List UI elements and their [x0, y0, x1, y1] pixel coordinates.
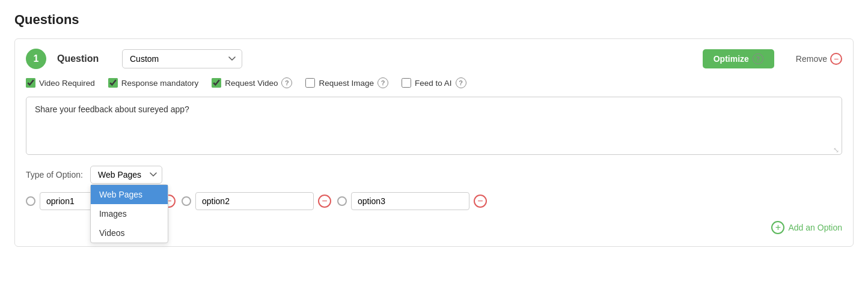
- remove-option2-button[interactable]: −: [318, 195, 331, 208]
- option2-radio[interactable]: [182, 196, 191, 206]
- question-textarea-wrapper: Share your feedback about sureyed app? ⤡: [26, 97, 842, 155]
- type-select-wrapper: Web Pages Images Videos Web Pages Images…: [90, 166, 162, 184]
- remove-button[interactable]: Remove −: [796, 53, 842, 65]
- response-mandatory-label: Response mandatory: [121, 79, 198, 88]
- video-required-checkbox[interactable]: Video Required: [26, 78, 95, 88]
- optimize-label: Optimize: [714, 54, 749, 64]
- response-mandatory-checkbox[interactable]: Response mandatory: [108, 78, 198, 88]
- type-of-option-label: Type of Option:: [26, 170, 83, 180]
- type-of-option-select[interactable]: Web Pages Images Videos: [90, 166, 162, 184]
- remove-label: Remove: [796, 54, 827, 64]
- options-section: Type of Option: Web Pages Images Videos …: [26, 166, 842, 234]
- resize-handle-icon: ⤡: [833, 146, 839, 152]
- request-video-checkbox[interactable]: Request Video ?: [212, 77, 292, 88]
- request-video-input[interactable]: [212, 78, 221, 88]
- option-item-3: −: [337, 192, 487, 210]
- remove-option3-button[interactable]: −: [474, 195, 487, 208]
- option2-input[interactable]: [195, 192, 314, 210]
- feed-to-ai-input[interactable]: [402, 78, 411, 88]
- option3-input[interactable]: [351, 192, 469, 210]
- question-label: Question: [57, 53, 111, 64]
- dropdown-item-images[interactable]: Images: [91, 204, 168, 223]
- type-of-option-row: Type of Option: Web Pages Images Videos …: [26, 166, 842, 184]
- question-textarea[interactable]: Share your feedback about sureyed app?: [35, 104, 833, 145]
- question-type-select[interactable]: Custom Multiple Choice Rating Yes/No Ope…: [122, 49, 242, 68]
- video-required-input[interactable]: [26, 78, 35, 88]
- response-mandatory-input[interactable]: [108, 78, 118, 88]
- feed-to-ai-label: Feed to AI: [415, 79, 452, 88]
- option1-radio[interactable]: [26, 196, 35, 206]
- request-image-input[interactable]: [305, 78, 315, 88]
- page-title: Questions: [14, 12, 854, 28]
- request-video-help-icon[interactable]: ?: [281, 77, 292, 88]
- question-header: 1 Question Custom Multiple Choice Rating…: [26, 49, 842, 69]
- feed-to-ai-checkbox[interactable]: Feed to AI ?: [402, 77, 466, 88]
- question-card: 1 Question Custom Multiple Choice Rating…: [14, 38, 854, 247]
- video-required-label: Video Required: [39, 79, 95, 88]
- request-image-checkbox[interactable]: Request Image ?: [305, 77, 388, 88]
- type-dropdown-menu: Web Pages Images Videos: [90, 184, 168, 243]
- dropdown-item-webpages[interactable]: Web Pages: [91, 185, 168, 204]
- request-video-label: Request Video: [225, 79, 278, 88]
- optimize-button[interactable]: Optimize ?: [703, 49, 774, 68]
- question-number: 1: [26, 49, 46, 69]
- add-option-button[interactable]: + Add an Option: [771, 221, 842, 234]
- request-image-help-icon[interactable]: ?: [377, 77, 388, 88]
- add-option-label: Add an Option: [788, 223, 842, 232]
- checkboxes-row: Video Required Response mandatory Reques…: [26, 77, 842, 88]
- remove-circle-icon: −: [830, 53, 842, 65]
- feed-to-ai-help-icon[interactable]: ?: [456, 77, 466, 88]
- request-image-label: Request Image: [319, 79, 374, 88]
- option-item-2: −: [182, 192, 331, 210]
- dropdown-item-videos[interactable]: Videos: [91, 223, 168, 243]
- add-circle-icon: +: [771, 221, 784, 234]
- optimize-help-icon[interactable]: ?: [753, 53, 763, 64]
- option3-radio[interactable]: [337, 196, 347, 206]
